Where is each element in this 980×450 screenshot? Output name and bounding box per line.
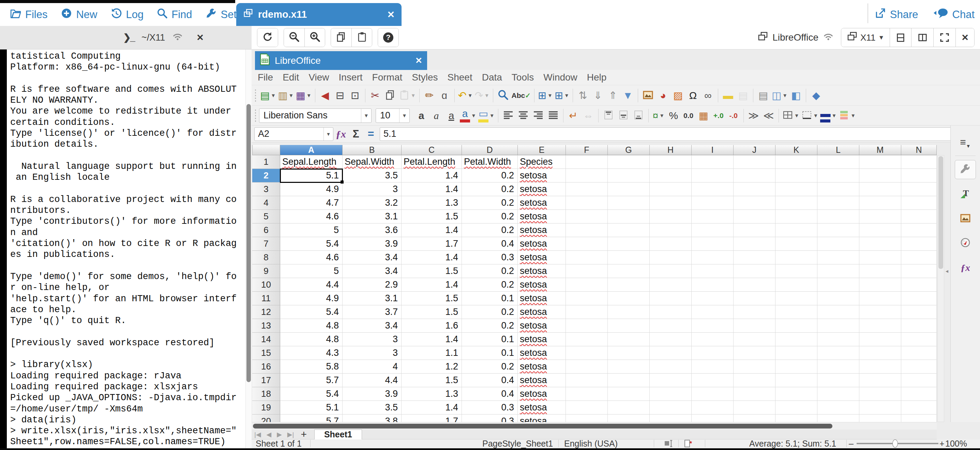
cell-D7[interactable]: 0.4: [462, 237, 518, 251]
toolbar-grip[interactable]: [254, 109, 257, 123]
pivot-table-button[interactable]: ▨: [670, 87, 686, 104]
fullscreen-button[interactable]: [933, 28, 955, 47]
cell-K4[interactable]: [775, 196, 818, 210]
autofilter-button[interactable]: ▼: [620, 87, 635, 104]
cell-N3[interactable]: [901, 182, 937, 196]
cell-J6[interactable]: [733, 223, 775, 237]
row-header-14[interactable]: 14: [252, 333, 280, 346]
column-header-G[interactable]: G: [608, 145, 650, 155]
sheet-nav-1[interactable]: ◀: [264, 431, 274, 439]
menu-format[interactable]: Format: [368, 72, 407, 83]
cell-D10[interactable]: 0.2: [462, 278, 518, 292]
copy-button[interactable]: [331, 28, 352, 47]
font-name-combo[interactable]: Liberation Sans ▼: [259, 109, 372, 123]
cell-M14[interactable]: [859, 333, 901, 346]
cell-B19[interactable]: 3.5: [342, 401, 401, 415]
chevron-down-icon[interactable]: ▼: [323, 128, 333, 140]
cell-N12[interactable]: [901, 305, 937, 319]
print-button[interactable]: ⊟: [332, 87, 348, 104]
cell-J15[interactable]: [733, 346, 775, 360]
sheet-nav-2[interactable]: ▶: [274, 431, 285, 439]
cell-C5[interactable]: 1.5: [401, 210, 462, 223]
cell-G20[interactable]: [608, 415, 650, 422]
cell-E10[interactable]: setosa: [518, 278, 566, 292]
delete-decimal-place-button[interactable]: -.0: [726, 107, 741, 124]
cell-J19[interactable]: [733, 401, 775, 415]
formula-input[interactable]: 5.1: [380, 127, 980, 141]
cell-B20[interactable]: 3.8: [342, 415, 401, 422]
close-icon[interactable]: ✕: [387, 9, 395, 20]
cell-M11[interactable]: [859, 292, 901, 305]
column-header-B[interactable]: B: [342, 145, 401, 155]
clear-formatting-button[interactable]: ɑ: [437, 87, 452, 104]
cell-K1[interactable]: [775, 155, 818, 169]
cell-F19[interactable]: [566, 401, 608, 415]
cell-E16[interactable]: setosa: [518, 360, 566, 373]
align-center-button[interactable]: [516, 107, 531, 124]
menu-edit[interactable]: Edit: [278, 72, 304, 83]
cell-C17[interactable]: 1.5: [401, 373, 462, 387]
cell-E12[interactable]: setosa: [518, 305, 566, 319]
cell-C18[interactable]: 1.3: [401, 387, 462, 401]
cell-K9[interactable]: [775, 265, 818, 278]
cell-I3[interactable]: [692, 182, 733, 196]
cell-G8[interactable]: [608, 251, 650, 265]
cell-I8[interactable]: [692, 251, 733, 265]
sort-ascending-button[interactable]: ⇓: [590, 87, 605, 104]
cell-E3[interactable]: setosa: [518, 182, 566, 196]
cell-A2[interactable]: 5.1: [280, 169, 342, 182]
horizontal-scrollbar[interactable]: [251, 422, 937, 429]
cell-D4[interactable]: 0.2: [462, 196, 518, 210]
cell-G10[interactable]: [608, 278, 650, 292]
cell-F3[interactable]: [566, 182, 608, 196]
menu-data[interactable]: Data: [477, 72, 507, 83]
cell-N11[interactable]: [901, 292, 937, 305]
cell-M5[interactable]: [859, 210, 901, 223]
row-header-18[interactable]: 18: [252, 387, 280, 401]
cell-A19[interactable]: 5.1: [280, 401, 342, 415]
cell-C15[interactable]: 1.1: [401, 346, 462, 360]
cell-N8[interactable]: [901, 251, 937, 265]
cell-J1[interactable]: [733, 155, 775, 169]
cell-G16[interactable]: [608, 360, 650, 373]
cell-L1[interactable]: [818, 155, 859, 169]
cell-H1[interactable]: [650, 155, 692, 169]
menu-window[interactable]: Window: [539, 72, 582, 83]
cell-H11[interactable]: [650, 292, 692, 305]
cell-K2[interactable]: [775, 169, 818, 182]
cell-G17[interactable]: [608, 373, 650, 387]
cell-M17[interactable]: [859, 373, 901, 387]
cell-K8[interactable]: [775, 251, 818, 265]
insert-chart-button[interactable]: ◕: [655, 87, 670, 104]
row-header-20[interactable]: 20: [252, 415, 280, 422]
chevron-down-icon[interactable]: ▼: [484, 93, 490, 98]
row-header-10[interactable]: 10: [252, 278, 280, 292]
align-top-button[interactable]: [601, 107, 616, 124]
cell-H12[interactable]: [650, 305, 692, 319]
cell-M15[interactable]: [859, 346, 901, 360]
cell-D16[interactable]: 0.2: [462, 360, 518, 373]
select-all-corner[interactable]: [252, 145, 280, 155]
cell-M4[interactable]: [859, 196, 901, 210]
cell-H2[interactable]: [650, 169, 692, 182]
cell-H17[interactable]: [650, 373, 692, 387]
cell-H13[interactable]: [650, 319, 692, 333]
cell-C6[interactable]: 1.4: [401, 223, 462, 237]
cell-K18[interactable]: [775, 387, 818, 401]
row-header-12[interactable]: 12: [252, 305, 280, 319]
cell-K19[interactable]: [775, 401, 818, 415]
cell-D11[interactable]: 0.1: [462, 292, 518, 305]
cell-D18[interactable]: 0.4: [462, 387, 518, 401]
cell-C4[interactable]: 1.3: [401, 196, 462, 210]
new-document-button[interactable]: ▤▼: [259, 87, 277, 104]
cell-G11[interactable]: [608, 292, 650, 305]
cell-N6[interactable]: [901, 223, 937, 237]
show-draw-functions-button[interactable]: ◆: [808, 87, 824, 104]
cell-N9[interactable]: [901, 265, 937, 278]
cell-J17[interactable]: [733, 373, 775, 387]
cell-L18[interactable]: [818, 387, 859, 401]
cell-L16[interactable]: [818, 360, 859, 373]
page-style[interactable]: PageStyle_Sheet1: [482, 439, 553, 448]
sort-button[interactable]: ⇅: [575, 87, 590, 104]
cell-E14[interactable]: setosa: [518, 333, 566, 346]
